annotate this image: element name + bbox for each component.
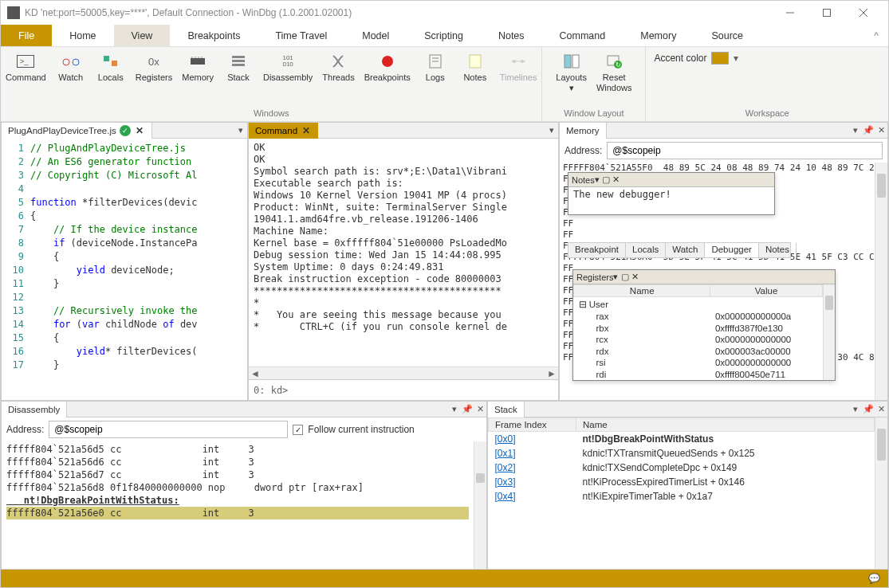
menu-model[interactable]: Model <box>344 25 407 46</box>
dropdown-icon[interactable]: ▾ <box>595 174 600 185</box>
menu-home[interactable]: Home <box>52 25 113 46</box>
v-scrollbar[interactable] <box>875 163 887 400</box>
close-icon[interactable]: ✕ <box>301 125 312 136</box>
notes-window[interactable]: Notes▾ ▢ ✕ The new debugger! <box>568 172 775 215</box>
h-scrollbar[interactable]: ◄► <box>249 367 558 379</box>
command-output[interactable]: OK OK Symbol search path is: srv*;E:\Dat… <box>249 139 558 367</box>
memory-address-input[interactable] <box>607 142 883 159</box>
stack-frame-link[interactable]: [0x2] <box>495 462 516 473</box>
v-scrollbar[interactable] <box>474 441 486 569</box>
close-icon[interactable]: ✕ <box>875 124 887 137</box>
menu-scripting[interactable]: Scripting <box>407 25 481 46</box>
feedback-icon[interactable]: 💬 <box>868 573 880 584</box>
stack-frame-link[interactable]: [0x3] <box>495 476 516 488</box>
close-button[interactable] <box>845 1 882 25</box>
title-bar: KD 'net:port=50005,key=****', Default Co… <box>1 1 888 25</box>
menu-source[interactable]: Source <box>694 25 761 46</box>
ribbon-logs[interactable]: Logs <box>415 50 455 84</box>
dropdown-icon[interactable]: ▾ <box>234 124 247 137</box>
pin-icon[interactable]: 📌 <box>461 403 474 416</box>
ribbon-group-windows: Windows <box>1 107 541 121</box>
tab-notes-bottom[interactable]: Notes <box>759 243 797 257</box>
ribbon-stack[interactable]: Stack <box>218 50 258 84</box>
menu-breakpoints[interactable]: Breakpoints <box>170 25 258 46</box>
tab-stack[interactable]: Stack <box>488 402 525 417</box>
dropdown-icon[interactable]: ▾ <box>849 124 862 137</box>
menu-notes[interactable]: Notes <box>481 25 542 46</box>
close-icon[interactable]: ✕ <box>134 125 145 136</box>
tab-breakpoint[interactable]: Breakpoint <box>568 243 626 257</box>
pin-icon[interactable]: 📌 <box>862 124 875 137</box>
tab-disassembly[interactable]: Disassembly <box>2 402 67 417</box>
svg-rect-17 <box>232 64 245 66</box>
ribbon-reset-windows[interactable]: ↻Reset Windows <box>592 50 637 95</box>
pin-icon[interactable]: 📌 <box>862 403 875 416</box>
svg-point-24 <box>513 60 516 63</box>
ribbon-layouts[interactable]: Layouts▾ <box>551 50 592 95</box>
follow-checkbox[interactable]: ✓ <box>293 425 303 435</box>
script-tabstrip: PlugAndPlayDeviceTree.js ✓ ✕ ▾ <box>2 123 247 139</box>
ribbon-notes[interactable]: Notes <box>455 50 495 84</box>
tab-memory[interactable]: Memory <box>560 123 607 139</box>
disasm-address-input[interactable] <box>49 421 288 438</box>
chevron-down-icon[interactable]: ▾ <box>734 53 738 64</box>
tab-debugger[interactable]: Debugger <box>705 243 759 257</box>
tab-watch[interactable]: Watch <box>666 243 705 257</box>
layouts-icon <box>562 52 581 71</box>
ribbon-group-workspace: Workspace <box>646 107 888 121</box>
status-bar: 💬 <box>1 570 888 587</box>
ribbon-memory[interactable]: Memory <box>177 50 218 84</box>
stack-frame-link[interactable]: [0x4] <box>495 491 516 502</box>
tab-locals[interactable]: Locals <box>626 243 666 257</box>
ribbon-watch[interactable]: Watch <box>51 50 91 84</box>
ribbon-breakpoints[interactable]: Breakpoints <box>360 50 415 84</box>
maximize-button[interactable] <box>808 1 845 25</box>
ribbon-command[interactable]: >_Command <box>1 50 51 84</box>
close-icon[interactable]: ✕ <box>875 403 887 416</box>
breakpoint-icon <box>378 52 397 71</box>
menu-file[interactable]: File <box>1 25 52 46</box>
menu-command[interactable]: Command <box>542 25 623 46</box>
notes-body[interactable]: The new debugger! <box>568 187 774 202</box>
code-editor[interactable]: 1234567891011121314151617 // PlugAndPlay… <box>2 139 247 400</box>
command-input[interactable]: 0: kd> <box>249 379 558 400</box>
restore-icon[interactable]: ▢ <box>602 174 610 185</box>
svg-rect-1 <box>824 10 831 17</box>
ribbon: >_Command Watch Locals 0xRegisters Memor… <box>1 47 888 122</box>
disasm-address-label: Address: <box>6 424 44 435</box>
accent-color-swatch[interactable] <box>711 52 729 65</box>
dropdown-icon[interactable]: ▾ <box>545 124 558 137</box>
ribbon-threads[interactable]: Threads <box>317 50 359 84</box>
dropdown-icon[interactable]: ▾ <box>849 403 862 416</box>
tab-command[interactable]: Command ✕ <box>249 123 318 139</box>
menu-view[interactable]: View <box>114 25 171 46</box>
glasses-icon <box>61 52 81 71</box>
notes-icon <box>466 52 485 71</box>
menu-time-travel[interactable]: Time Travel <box>258 25 344 46</box>
window-title: KD 'net:port=50005,key=****', Default Co… <box>25 7 352 18</box>
dropdown-icon[interactable]: ▾ <box>448 403 461 416</box>
svg-rect-9 <box>112 61 117 66</box>
svg-rect-27 <box>572 55 579 68</box>
stack-frame-link[interactable]: [0x0] <box>495 433 516 445</box>
v-scrollbar[interactable] <box>875 417 887 569</box>
ribbon-locals[interactable]: Locals <box>91 50 131 84</box>
close-icon[interactable]: ✕ <box>474 403 486 416</box>
memory-address-label: Address: <box>564 145 602 156</box>
tab-script-file[interactable]: PlugAndPlayDeviceTree.js ✓ ✕ <box>2 123 152 139</box>
ribbon-collapse-icon[interactable]: ^ <box>864 25 888 46</box>
logs-icon <box>426 52 445 71</box>
close-icon[interactable]: ✕ <box>612 174 620 185</box>
ribbon-registers[interactable]: 0xRegisters <box>131 50 177 84</box>
dropdown-icon[interactable]: ▾ <box>613 272 618 282</box>
v-scrollbar[interactable] <box>823 284 835 380</box>
stack-frame-link[interactable]: [0x1] <box>495 448 516 459</box>
disassembly-view[interactable]: fffff804`521a56d5 cc int 3fffff804`521a5… <box>2 441 474 569</box>
registers-window[interactable]: Registers▾ ▢ ✕ NameValue ⊟ Userrax0x0000… <box>572 269 836 381</box>
menu-memory[interactable]: Memory <box>623 25 694 46</box>
timeline-icon <box>509 52 528 71</box>
close-icon[interactable]: ✕ <box>631 272 639 282</box>
restore-icon[interactable]: ▢ <box>621 272 629 282</box>
ribbon-disassembly[interactable]: 101010Disassembly <box>258 50 317 84</box>
minimize-button[interactable] <box>772 1 808 25</box>
